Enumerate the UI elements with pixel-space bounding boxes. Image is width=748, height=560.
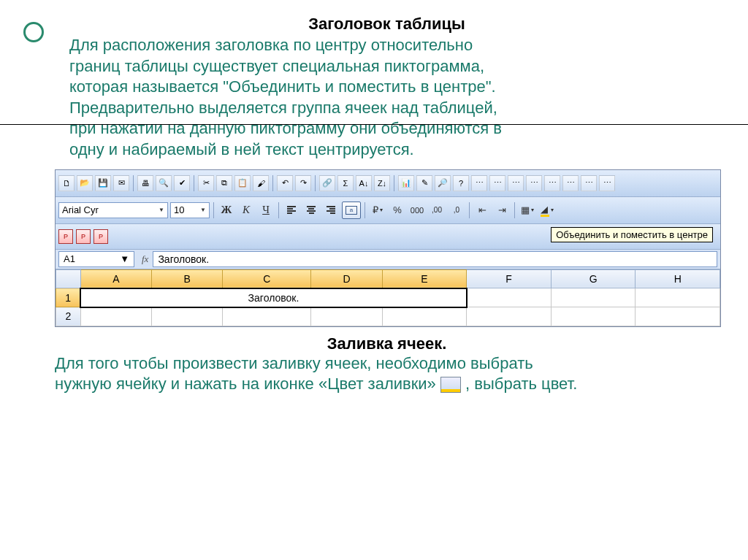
fx-label[interactable]: fx [142, 253, 148, 265]
separator [272, 175, 273, 191]
cell-G2[interactable] [551, 307, 636, 326]
font-size-value: 10 [174, 204, 184, 215]
print-icon[interactable]: 🖶 [137, 175, 153, 191]
sort-asc-icon[interactable]: A↓ [356, 175, 372, 191]
separator [133, 175, 134, 191]
underline-button[interactable]: Ч [257, 202, 275, 219]
undo-icon[interactable]: ↶ [277, 175, 293, 191]
bold-button[interactable]: Ж [218, 202, 235, 219]
dropdown-arrow-icon: ▼ [200, 207, 206, 213]
para1-line1: Для расположения заголовка по центру отн… [69, 36, 473, 54]
col-header-A[interactable]: A [80, 269, 151, 288]
spellcheck-icon[interactable]: ✔ [174, 175, 190, 191]
spreadsheet-grid[interactable]: A B C D E F G H 1 Заголовок. 2 [56, 269, 720, 326]
misc8-icon[interactable]: ⋯ [599, 175, 615, 191]
separator [278, 202, 279, 218]
italic-button[interactable]: К [237, 202, 255, 219]
align-left-button[interactable] [283, 202, 300, 219]
fill-color-button[interactable]: ◢ [538, 202, 556, 219]
sort-desc-icon[interactable]: Z↓ [374, 175, 390, 191]
para1-line5: при нажатии на данную пиктограмму они об… [69, 119, 502, 137]
increase-decimal-button[interactable]: ,00 [428, 202, 446, 219]
hyperlink-icon[interactable]: 🔗 [319, 175, 335, 191]
decrease-indent-button[interactable]: ⇤ [473, 202, 491, 219]
help-icon[interactable]: ? [453, 175, 469, 191]
para1-line6: одну и набираемый в ней текст центрирует… [69, 140, 414, 158]
merge-tooltip: Объединить и поместить в центре [551, 227, 713, 242]
heading-table-title: Заголовок таблицы [69, 15, 704, 34]
chart-icon[interactable]: 📊 [398, 175, 414, 191]
col-header-D[interactable]: D [311, 269, 382, 288]
separator [394, 175, 394, 191]
pdf-icon[interactable]: P [58, 229, 73, 244]
cell-F2[interactable] [467, 307, 552, 326]
font-name-selector[interactable]: Arial Cyr ▼ [58, 202, 168, 218]
para1-line3: которая называется "Объединить и помести… [69, 77, 496, 96]
name-box[interactable]: A1 ▼ [58, 251, 134, 267]
merged-cell-A1E1[interactable]: Заголовок. [80, 288, 467, 307]
merge-center-button[interactable]: a [342, 202, 361, 219]
cut-icon[interactable]: ✂ [198, 175, 214, 191]
autosum-icon[interactable]: Σ [337, 175, 354, 191]
decrease-decimal-button[interactable]: ,0 [448, 202, 465, 219]
select-all-corner[interactable] [56, 269, 81, 288]
misc3-icon[interactable]: ⋯ [508, 175, 524, 191]
drawing-icon[interactable]: ✎ [416, 175, 432, 191]
formula-input[interactable]: Заголовок. [153, 251, 717, 267]
misc2-icon[interactable]: ⋯ [489, 175, 505, 191]
zoom-icon[interactable]: 🔎 [435, 175, 451, 191]
misc-icon[interactable]: ⋯ [471, 175, 487, 191]
col-header-G[interactable]: G [551, 269, 636, 288]
separator [365, 202, 365, 218]
standard-toolbar: 🗋 📂 💾 ✉ 🖶 🔍 ✔ ✂ ⧉ 📋 🖌 ↶ ↷ 🔗 Σ A↓ Z↓ 📊 ✎ … [56, 170, 720, 197]
thousands-button[interactable]: 000 [408, 202, 426, 219]
format-painter-icon[interactable]: 🖌 [253, 175, 269, 191]
para2-tail: , выбрать цвет. [465, 375, 577, 393]
row-header-1[interactable]: 1 [56, 288, 81, 307]
misc4-icon[interactable]: ⋯ [526, 175, 542, 191]
fill-bucket-icon: ◢ [541, 204, 549, 217]
pdf-icon-3[interactable]: P [94, 229, 108, 244]
cell-D2[interactable] [311, 307, 382, 326]
percent-button[interactable]: % [389, 202, 406, 219]
col-header-C[interactable]: C [223, 269, 311, 288]
open-icon[interactable]: 📂 [77, 175, 93, 191]
cell-H2[interactable] [636, 307, 720, 326]
cell-A2[interactable] [80, 307, 151, 326]
currency-button[interactable]: ₽ [369, 202, 386, 219]
separator [469, 202, 470, 218]
col-header-B[interactable]: B [152, 269, 223, 288]
row-header-2[interactable]: 2 [56, 307, 81, 326]
col-header-F[interactable]: F [467, 269, 552, 288]
misc7-icon[interactable]: ⋯ [581, 175, 597, 191]
col-header-H[interactable]: H [636, 269, 720, 288]
col-header-E[interactable]: E [382, 269, 467, 288]
misc5-icon[interactable]: ⋯ [544, 175, 560, 191]
align-center-button[interactable] [302, 202, 320, 219]
redo-icon[interactable]: ↷ [295, 175, 311, 191]
font-size-selector[interactable]: 10 ▼ [170, 202, 210, 218]
cell-E2[interactable] [382, 307, 467, 326]
cell-C2[interactable] [223, 307, 311, 326]
formula-value: Заголовок. [158, 253, 209, 265]
mail-icon[interactable]: ✉ [113, 175, 129, 191]
new-doc-icon[interactable]: 🗋 [58, 175, 75, 191]
paste-icon[interactable]: 📋 [234, 175, 251, 191]
cell-H1[interactable] [636, 288, 720, 307]
excel-screenshot: 🗋 📂 💾 ✉ 🖶 🔍 ✔ ✂ ⧉ 📋 🖌 ↶ ↷ 🔗 Σ A↓ Z↓ 📊 ✎ … [55, 169, 721, 327]
misc6-icon[interactable]: ⋯ [562, 175, 579, 191]
borders-button[interactable]: ▦ [519, 202, 536, 219]
copy-icon[interactable]: ⧉ [216, 175, 232, 191]
pdf-icon-2[interactable]: P [76, 229, 91, 244]
preview-icon[interactable]: 🔍 [156, 175, 172, 191]
separator [194, 175, 194, 191]
cell-B2[interactable] [152, 307, 223, 326]
cell-G1[interactable] [551, 288, 636, 307]
heading-fill-cells: Заливка ячеек. [69, 334, 704, 353]
align-right-button[interactable] [322, 202, 340, 219]
paragraph-2: Для того чтобы произвести заливку ячеек,… [55, 353, 704, 395]
increase-indent-button[interactable]: ⇥ [493, 202, 511, 219]
save-icon[interactable]: 💾 [95, 175, 111, 191]
cell-F1[interactable] [467, 288, 552, 307]
formatting-toolbar: Arial Cyr ▼ 10 ▼ Ж К Ч a [56, 197, 720, 224]
